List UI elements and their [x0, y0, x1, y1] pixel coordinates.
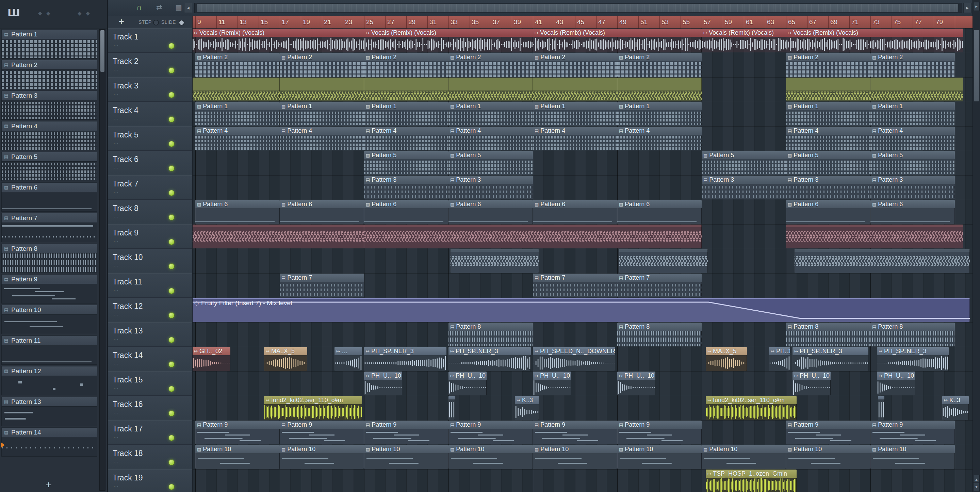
audio-clip[interactable]: ↦Vocals (Remix) (Vocals) — [364, 29, 533, 53]
slide-tool-icon[interactable]: ⇄ — [156, 3, 162, 11]
pattern-clip[interactable]: ▤Pattern 9 — [449, 420, 533, 444]
pattern-clip[interactable]: ▤Pattern 9 — [786, 420, 870, 444]
pattern-clip[interactable] — [870, 78, 963, 101]
pattern-clip[interactable]: ▤Pattern 8 — [786, 323, 870, 346]
pattern-item[interactable]: ▤Pattern 5 — [2, 152, 97, 182]
pattern-clip[interactable]: ▤Pattern 9 — [533, 420, 617, 444]
pattern-clip[interactable]: ▤Pattern 5 — [364, 151, 449, 175]
pattern-clip[interactable]: ▤Pattern 4 — [364, 127, 449, 150]
pattern-item[interactable]: ▤Pattern 7 — [2, 213, 97, 244]
track-mute-led[interactable] — [169, 361, 175, 368]
track-mute-led[interactable] — [169, 312, 175, 318]
pattern-list-scrollbar-thumb[interactable] — [100, 30, 105, 72]
track-mute-led[interactable] — [169, 43, 175, 49]
pattern-item-label[interactable]: ▤Pattern 7 — [2, 213, 97, 223]
pattern-clip[interactable] — [192, 225, 364, 248]
audio-clip[interactable]: ↦PH_SP..NER_3 — [364, 347, 447, 371]
pattern-clip[interactable]: ▤Pattern 7 — [617, 274, 702, 298]
scroll-left-button[interactable]: ◂ — [184, 3, 192, 13]
automation-clip[interactable]: ○Fruity Filter (Insert 7) - Mix level — [192, 298, 970, 322]
pattern-clip[interactable]: ▤Pattern 1 — [280, 102, 364, 126]
keyboard-icon[interactable]: ▦ — [175, 3, 182, 11]
scroll-right-button[interactable]: ▸ — [963, 3, 972, 13]
pattern-clip[interactable]: ▤Pattern 4 — [786, 127, 870, 150]
audio-clip[interactable]: ↦fund2_kit02..ser_110_c#m — [264, 396, 362, 420]
pattern-item-label[interactable]: ▤Pattern 5 — [2, 152, 97, 161]
pattern-clip[interactable]: ▤Pattern 5 — [786, 151, 870, 175]
track-header[interactable]: Track 2⋯ — [108, 53, 192, 77]
track-mute-led[interactable] — [169, 67, 175, 73]
track-mute-led[interactable] — [169, 239, 175, 245]
track-header[interactable]: Track 16⋯ — [108, 396, 192, 420]
pattern-clip[interactable]: ▤Pattern 3 — [786, 175, 870, 199]
track-mute-led[interactable] — [169, 166, 175, 172]
track-header[interactable]: Track 12⋯ — [108, 298, 192, 322]
pattern-clip[interactable]: ▤Pattern 3 — [364, 175, 449, 199]
pattern-clip[interactable]: ▤Pattern 1 — [195, 102, 280, 126]
pattern-clip[interactable]: ▤Pattern 4 — [195, 127, 280, 150]
pattern-clip[interactable]: ▤Pattern 10 — [280, 445, 364, 469]
pattern-clip[interactable]: ▤Pattern 10 — [617, 445, 702, 469]
audio-clip[interactable]: ↦PH_U.._10 — [877, 371, 915, 395]
pattern-clip[interactable]: ▤Pattern 6 — [280, 200, 364, 224]
pattern-clip[interactable]: ▤Pattern 7 — [533, 274, 617, 298]
pattern-clip[interactable] — [364, 78, 449, 101]
pattern-item-label[interactable]: ▤Pattern 1 — [2, 29, 97, 39]
audio-clip[interactable]: ↦K..3 — [515, 396, 539, 420]
audio-clip[interactable]: ↦Vocals (Remix) (Vocals) — [702, 29, 786, 53]
pattern-clip[interactable]: ▤Pattern 6 — [195, 200, 280, 224]
pattern-clip[interactable] — [795, 249, 970, 273]
pattern-clip[interactable]: ▤Pattern 4 — [280, 127, 364, 150]
pattern-clip[interactable] — [280, 78, 364, 101]
track-mute-led[interactable] — [169, 386, 175, 392]
playlist-grid[interactable]: ↦Vocals (Remix) (Vocals)↦Vocals (Remix) … — [192, 28, 972, 492]
pattern-item[interactable]: ▤Pattern 1 — [2, 29, 97, 60]
pattern-clip[interactable]: ▤Pattern 1 — [870, 102, 955, 126]
pattern-clip[interactable]: ▤Pattern 10 — [533, 445, 617, 469]
track-mute-led[interactable] — [169, 337, 175, 343]
pattern-item[interactable]: ▤Pattern 10 — [2, 305, 97, 336]
audio-clip[interactable]: ↦PH_SP..NER_3 — [877, 347, 949, 371]
pattern-clip[interactable]: ▤Pattern 9 — [870, 420, 955, 444]
audio-clip[interactable]: ↦PH..1 — [769, 347, 790, 371]
track-header[interactable]: Track 1⋯ — [108, 28, 192, 53]
pattern-item-label[interactable]: ▤Pattern 14 — [2, 427, 97, 437]
pattern-item[interactable]: ▤Pattern 13 — [2, 397, 97, 427]
pattern-clip[interactable]: ▤Pattern 10 — [786, 445, 870, 469]
pattern-clip[interactable]: ▤Pattern 3 — [702, 175, 786, 199]
pattern-item-label[interactable]: ▤Pattern 11 — [2, 336, 97, 345]
track-mute-led[interactable] — [169, 484, 175, 490]
pattern-clip[interactable]: ▤Pattern 9 — [195, 420, 280, 444]
audio-clip[interactable]: ↦PH_SP..NER_3 — [792, 347, 869, 371]
pattern-clip[interactable]: ▤Pattern 6 — [786, 200, 870, 224]
pattern-item-label[interactable]: ▤Pattern 4 — [2, 121, 97, 131]
pattern-clip[interactable] — [786, 225, 963, 248]
vertical-scrollbar[interactable]: ▸ ▴ ▾ — [972, 0, 980, 492]
pattern-clip[interactable]: ▤Pattern 6 — [533, 200, 617, 224]
track-mute-led[interactable] — [169, 263, 175, 269]
pattern-clip[interactable]: ▤Pattern 10 — [702, 445, 786, 469]
pattern-item-label[interactable]: ▤Pattern 8 — [2, 244, 97, 253]
audio-clip[interactable]: ↦Vocals (Remix) (Vocals) — [786, 29, 963, 53]
pattern-clip[interactable]: ▤Pattern 6 — [870, 200, 955, 224]
magnet-icon[interactable]: ∩ — [137, 3, 142, 11]
pattern-item-label[interactable]: ▤Pattern 10 — [2, 305, 97, 314]
pattern-clip[interactable]: ▤Pattern 5 — [870, 151, 955, 175]
dimmed-tool-icon-2[interactable]: ◆ ◆ — [78, 10, 91, 16]
pattern-item[interactable]: ▤Pattern 9 — [2, 274, 97, 305]
pattern-clip[interactable]: ▤Pattern 3 — [449, 175, 533, 199]
track-mute-led[interactable] — [169, 116, 175, 123]
track-header[interactable]: Track 11⋯ — [108, 273, 192, 298]
track-header[interactable]: Track 3⋯ — [108, 77, 192, 102]
pattern-clip[interactable]: ▤Pattern 8 — [870, 323, 955, 346]
audio-clip[interactable]: ↦PH_U.._10 — [364, 371, 402, 395]
pattern-item[interactable]: ▤Pattern 3 — [2, 91, 97, 121]
track-header[interactable]: Track 4⋯ — [108, 102, 192, 126]
step-toggle[interactable] — [153, 20, 159, 25]
scrollbar-corner-button[interactable]: ▸ — [973, 2, 980, 11]
track-header[interactable]: Track 14⋯ — [108, 347, 192, 371]
vertical-scrollbar-thumb[interactable] — [974, 30, 979, 101]
pattern-clip[interactable] — [617, 78, 702, 101]
audio-clip[interactable]: ↦Vocals (Remix) (Vocals) — [533, 29, 702, 53]
audio-clip[interactable]: ↦… — [334, 347, 362, 371]
